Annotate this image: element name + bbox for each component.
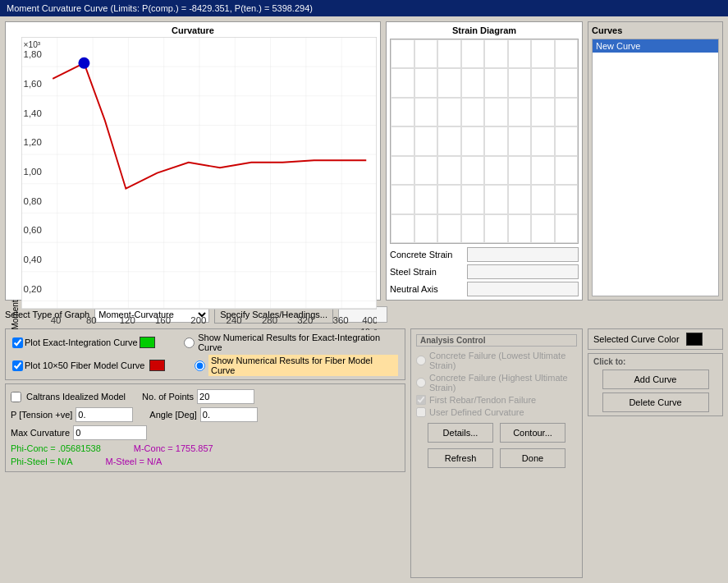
concrete-failure-high-radio [416,378,426,388]
m-conc-value: M-Conc = 1755.857 [134,443,213,453]
refresh-done-buttons: Refresh Done [416,448,577,468]
strain-cell [391,39,414,68]
strain-cell [391,98,414,126]
svg-text:1,80: 1,80 [24,49,42,59]
strain-cell [484,214,508,243]
steel-strain-row: Steel Strain [390,264,579,279]
strain-cell [437,156,461,185]
strain-cell [461,98,485,126]
no-of-points-input[interactable] [197,389,254,404]
plot-fiber-checkbox[interactable] [12,360,23,371]
curve-item-new[interactable]: New Curve [593,39,718,53]
concrete-failure-low-radio [416,356,426,365]
left-bottom: Plot Exact-Integration Curve Show Numeri… [5,328,405,578]
main-container: Curvature Moment 1,80 1,60 [0,16,728,583]
neutral-axis-row: Neutral Axis [390,282,579,296]
strain-cell [508,214,532,243]
user-defined-label: User Defined Curvature [429,407,524,417]
strain-cell [531,39,555,68]
done-button[interactable]: Done [500,448,565,468]
plot-exact-checkbox[interactable] [12,337,23,348]
strain-cell [414,98,438,126]
no-of-points-group: No. of Points [142,389,254,404]
p-tension-input[interactable] [76,407,133,422]
top-row: Curvature Moment 1,80 1,60 [5,21,723,301]
radio-exact[interactable] [184,337,195,348]
neutral-axis-label: Neutral Axis [390,284,464,294]
fiber-model-color[interactable] [149,360,166,371]
m-steel-value: M-Steel = N/A [106,457,163,466]
curvature-chart-panel: Curvature Moment 1,80 1,60 [5,21,381,301]
svg-text:0,80: 0,80 [24,196,42,206]
details-button[interactable]: Details... [428,423,493,443]
curves-panel: Curves New Curve [588,21,723,301]
svg-text:1,60: 1,60 [24,79,42,89]
contour-button[interactable]: Contour... [500,423,565,443]
action-buttons: Details... Contour... [416,423,577,443]
plot-row-1: Plot Exact-Integration Curve Show Numeri… [12,333,398,352]
strain-cell [437,214,461,243]
svg-point-23 [79,57,89,68]
strain-cell [484,185,508,213]
strain-cell [555,214,579,243]
refresh-button[interactable]: Refresh [428,448,493,468]
angle-deg-group: Angle [Deg] [149,407,257,422]
plot-exact-checkbox-row: Plot Exact-Integration Curve [12,337,133,348]
strain-cell [414,39,438,68]
params-section: Caltrans Idealized Model No. of Points P… [5,383,405,472]
svg-text:280: 280 [262,315,277,325]
title-bar: Moment Curvature Curve (Limits: P(comp.)… [0,0,728,16]
steel-strain-input[interactable] [467,264,579,279]
strain-diagram-panel: Strain Diagram [386,21,583,301]
delete-curve-button[interactable]: Delete Curve [602,392,709,412]
click-to-label: Click to: [593,357,717,366]
strain-cell [461,156,485,185]
first-rebar-label: First Rebar/Tendon Failure [429,395,536,405]
svg-text:0,40: 0,40 [24,255,42,264]
svg-text:×10³: ×10³ [24,40,41,49]
selected-curve-color-section: Selected Curve Color [588,328,723,350]
radio-fiber[interactable] [195,360,205,371]
strain-cell [391,185,414,213]
strain-cell [437,39,461,68]
curves-title: Curves [592,25,719,35]
selected-color-swatch[interactable] [686,333,703,346]
strain-cell [508,98,532,126]
bottom-section: Plot Exact-Integration Curve Show Numeri… [5,328,723,578]
strain-fields: Concrete Strain Steel Strain Neutral Axi… [390,247,579,296]
svg-text:360: 360 [333,315,349,325]
strain-cell [531,156,555,185]
max-curvature-group: Max Curvature [11,425,147,440]
params-row-3: Max Curvature [11,425,400,440]
strain-diagram-title: Strain Diagram [390,25,579,35]
chart-title: Curvature [9,25,377,35]
strain-cell [391,68,414,97]
strain-cell [555,39,579,68]
strain-cell [508,185,532,213]
strain-cell [508,39,532,68]
max-curvature-input[interactable] [73,425,147,440]
exact-integration-color[interactable] [140,337,155,348]
angle-deg-input[interactable] [200,407,258,422]
concrete-strain-input[interactable] [467,247,579,262]
strain-cell [484,98,508,126]
caltrans-label: Caltrans Idealized Model [26,392,126,402]
caltrans-group: Caltrans Idealized Model [11,392,126,402]
phi-conc-value: Phi-Conc = .05681538 [11,443,101,453]
svg-text:120: 120 [120,315,135,325]
title-text: Moment Curvature Curve (Limits: P(comp.)… [7,3,313,13]
strain-cell [484,39,508,68]
caltrans-checkbox[interactable] [11,392,21,402]
add-curve-button[interactable]: Add Curve [602,370,709,389]
curves-list[interactable]: New Curve [592,39,719,296]
svg-text:40: 40 [51,315,62,325]
strain-cell [461,39,485,68]
strain-cell [555,98,579,126]
svg-rect-1 [21,37,377,309]
y-axis-label: Moment [9,37,21,330]
neutral-axis-input[interactable] [467,282,579,296]
concrete-strain-label: Concrete Strain [390,250,464,259]
strain-cell [391,214,414,243]
strain-cell [414,156,438,185]
chart-svg: 1,80 1,60 1,40 1,20 1,00 0,80 0,60 0,40 … [21,37,377,330]
